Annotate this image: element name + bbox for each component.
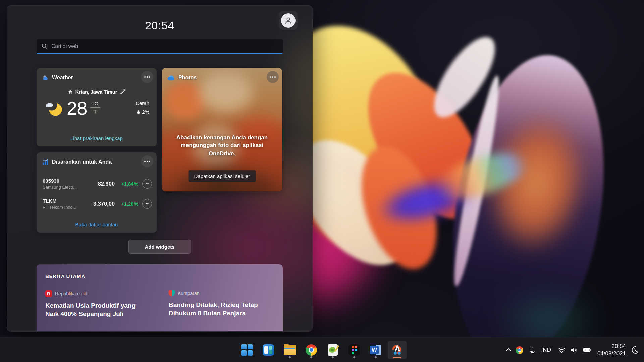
tray-overflow-button[interactable]: [505, 346, 512, 354]
edit-pencil-icon[interactable]: [120, 89, 125, 95]
file-explorer-button[interactable]: [280, 341, 299, 359]
chevron-up-icon: [505, 346, 512, 354]
usb-eject-button[interactable]: [528, 346, 535, 354]
add-to-watchlist-icon[interactable]: +: [142, 199, 152, 209]
stock-price: 3.370,00: [85, 201, 115, 207]
stock-change: +1,84%: [115, 181, 138, 187]
running-indicator: [289, 356, 291, 358]
photos-more-options-button[interactable]: [267, 71, 279, 83]
running-indicator: [353, 356, 355, 358]
weather-cloud-icon: [42, 74, 49, 81]
figma-icon: [348, 344, 360, 356]
weather-condition-zone: Cerah 2%: [136, 100, 149, 115]
weather-more-options-button[interactable]: [141, 71, 153, 83]
photos-header: Photos: [162, 68, 282, 83]
chrome-icon: [306, 344, 317, 356]
news-headline[interactable]: Banding Ditolak, Rizieq Tetap Dihukum 8 …: [169, 301, 274, 318]
unit-fahrenheit[interactable]: °F: [93, 108, 98, 114]
word-button[interactable]: W: [366, 341, 385, 359]
home-icon: [68, 89, 73, 94]
volume-button[interactable]: [570, 347, 578, 353]
add-widgets-button[interactable]: Add widgets: [128, 240, 191, 254]
moon-cloud-icon: [45, 99, 63, 118]
search-icon: [41, 43, 48, 49]
avatar: [281, 13, 296, 28]
figma-button[interactable]: [345, 341, 364, 359]
temperature-unit-toggle[interactable]: °C °F: [90, 101, 100, 114]
stock-company: Samsung Electr...: [43, 185, 85, 190]
news-item-republika[interactable]: R Republika.co.id Kematian Usia Produkti…: [45, 290, 151, 318]
stock-row-tlkm[interactable]: TLKM PT Telkom Indo... 3.370,00 +1,20% +: [43, 196, 152, 212]
widgets-button[interactable]: [259, 341, 278, 359]
republika-icon: R: [45, 290, 52, 297]
web-search-bar[interactable]: [37, 39, 283, 54]
running-indicator: [310, 356, 312, 358]
photos-widget[interactable]: Photos Abadikan kenangan Anda dengan men…: [162, 68, 282, 191]
tray-date: 04/08/2021: [597, 350, 626, 357]
stock-symbol: 005930: [43, 178, 85, 184]
user-avatar-icon: [284, 16, 293, 25]
stock-symbol: TLKM: [43, 198, 85, 204]
snipping-tool-button[interactable]: [388, 341, 407, 359]
search-input[interactable]: [51, 43, 278, 49]
chrome-button[interactable]: [302, 341, 321, 359]
kumparan-icon: [169, 290, 175, 296]
photos-cloud-icon: [167, 75, 175, 81]
clock-tray[interactable]: 20:54 04/08/2021: [597, 343, 626, 358]
taskbar: W: [0, 337, 644, 362]
system-tray: IND: [505, 338, 639, 362]
precipitation-value: 2%: [142, 109, 149, 115]
news-source: Kumparan: [178, 291, 200, 296]
stocks-list: 005930 Samsung Electr... 82.900 +1,84% +…: [43, 172, 152, 212]
stock-change: +1,20%: [115, 201, 138, 207]
moon-icon: [631, 346, 639, 354]
news-item-kumparan[interactable]: Kumparan Banding Ditolak, Rizieq Tetap D…: [169, 290, 274, 318]
stocks-title: Disarankan untuk Anda: [52, 159, 112, 165]
weather-header: Weather: [37, 68, 157, 83]
tray-time: 20:54: [597, 343, 626, 350]
stock-row-005930[interactable]: 005930 Samsung Electr... 82.900 +1,84% +: [43, 176, 152, 192]
start-button[interactable]: [237, 341, 256, 359]
get-mobile-app-button[interactable]: Dapatkan aplikasi seluler: [189, 170, 256, 182]
add-to-watchlist-icon[interactable]: +: [142, 179, 152, 189]
news-source: Republika.co.id: [55, 291, 87, 296]
user-profile-button[interactable]: [279, 11, 298, 30]
stocks-more-options-button[interactable]: [141, 155, 153, 167]
file-explorer-icon: [284, 345, 296, 355]
weather-current: 28 °C °F: [45, 99, 100, 118]
unit-celsius[interactable]: °C: [93, 101, 98, 107]
photos-title: Photos: [178, 75, 197, 81]
running-indicator: [332, 356, 334, 358]
stocks-widget[interactable]: Disarankan untuk Anda 005930 Samsung Ele…: [37, 152, 157, 233]
open-watchlist-link[interactable]: Buka daftar pantau: [37, 222, 157, 227]
stocks-header: Disarankan untuk Anda: [37, 152, 157, 167]
running-indicator: [375, 356, 377, 358]
news-heading: BERITA UTAMA: [45, 273, 274, 279]
temperature-value: 28: [67, 99, 87, 118]
chrome-tray-button[interactable]: [516, 346, 523, 354]
widgets-icon: [263, 344, 274, 356]
focus-assist-button[interactable]: [631, 346, 639, 354]
news-headline[interactable]: Kematian Usia Produktif yang Naik 400% S…: [45, 301, 151, 318]
stock-price: 82.900: [85, 181, 115, 187]
weather-forecast-link[interactable]: Lihat prakiraan lengkap: [37, 135, 157, 141]
volume-icon: [570, 347, 578, 353]
wifi-icon: [558, 347, 566, 353]
chrome-tray-icon: [516, 346, 523, 354]
notepad-plus-plus-button[interactable]: [323, 341, 342, 359]
notepad-plus-plus-icon: [328, 344, 338, 356]
weather-widget[interactable]: Weather Krian, Jawa Timur 2: [37, 68, 157, 146]
usb-eject-icon: [528, 346, 535, 354]
weather-condition: Cerah: [136, 100, 149, 106]
battery-button[interactable]: [582, 347, 591, 353]
word-icon: W: [370, 344, 381, 356]
language-indicator[interactable]: IND: [541, 347, 551, 353]
wifi-button[interactable]: [558, 347, 566, 353]
battery-charging-icon: [582, 347, 591, 353]
stocks-chart-icon: [42, 159, 49, 166]
top-news-section: BERITA UTAMA R Republika.co.id Kematian …: [37, 264, 283, 332]
snipping-tool-icon: [391, 344, 403, 356]
droplet-icon: [137, 110, 140, 114]
desktop-screen: 20:54 Weather: [0, 0, 644, 362]
weather-location-row[interactable]: Krian, Jawa Timur: [37, 89, 157, 95]
